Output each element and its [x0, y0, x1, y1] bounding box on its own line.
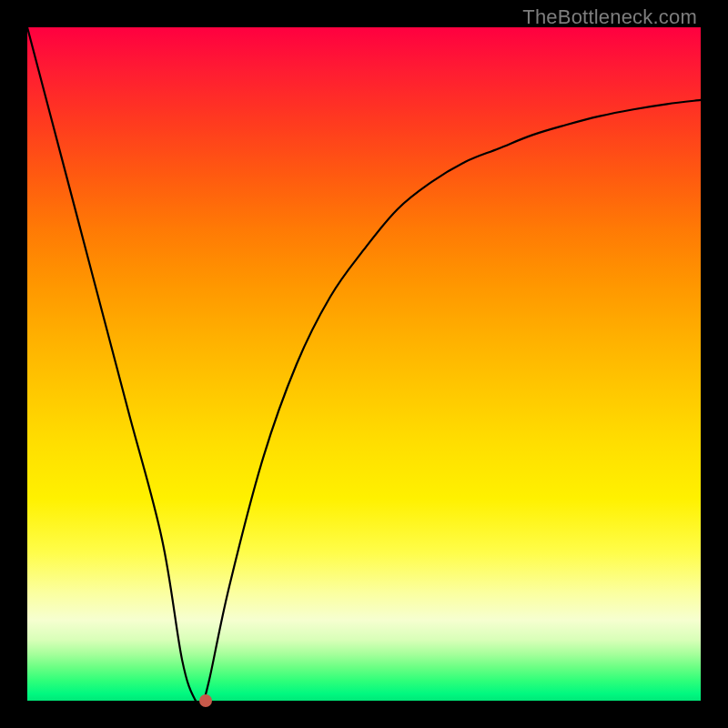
chart-container: TheBottleneck.com — [0, 0, 728, 728]
plot-area — [27, 27, 701, 701]
optimum-marker — [199, 694, 212, 707]
watermark-text: TheBottleneck.com — [522, 5, 697, 29]
bottleneck-curve — [27, 27, 701, 705]
curve-svg — [27, 27, 701, 701]
